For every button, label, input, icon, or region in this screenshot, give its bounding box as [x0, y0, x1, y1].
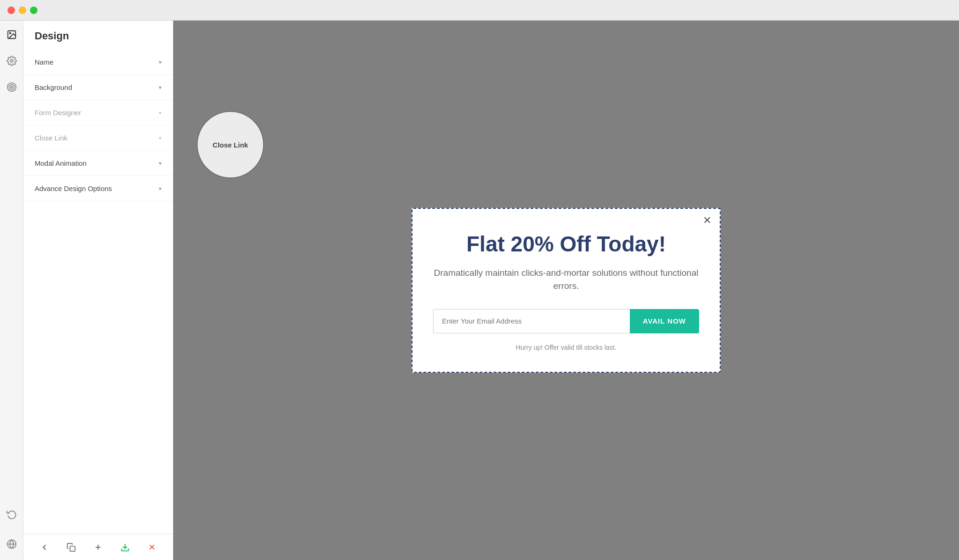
close-window-button[interactable] — [7, 7, 15, 14]
globe-icon[interactable] — [5, 538, 18, 551]
title-bar — [0, 0, 959, 21]
chevron-down-icon: ▾ — [159, 185, 162, 192]
icon-rail — [0, 21, 23, 560]
svg-point-4 — [9, 85, 14, 90]
target-icon[interactable] — [5, 81, 18, 94]
modal-title: Flat 20% Off Today! — [433, 232, 699, 256]
chevron-down-icon: ▾ — [159, 110, 162, 116]
chevron-down-icon: ▾ — [159, 135, 162, 141]
modal-footer-text: Hurry up! Offer valid till stocks last. — [433, 344, 699, 351]
chevron-down-icon: ▾ — [159, 84, 162, 91]
sidebar-title: Design — [23, 21, 173, 50]
sidebar-bottom-toolbar: + ✕ — [23, 534, 173, 560]
modal-subtitle: Dramatically maintain clicks-and-mortar … — [433, 266, 699, 293]
sidebar-item-name[interactable]: Name ▾ — [23, 50, 173, 75]
delete-button[interactable]: ✕ — [144, 540, 159, 555]
modal-form: AVAIL NOW — [433, 309, 699, 333]
chevron-down-icon: ▾ — [159, 59, 162, 66]
svg-point-1 — [9, 32, 11, 34]
modal-close-button[interactable]: ✕ — [703, 215, 711, 226]
main-canvas: Close Link ✕ Flat 20% Off Today! Dramati… — [173, 21, 959, 560]
settings-icon[interactable] — [5, 54, 18, 67]
add-button[interactable]: + — [90, 540, 105, 555]
sidebar-item-advance-design-options[interactable]: Advance Design Options ▾ — [23, 176, 173, 201]
history-icon[interactable] — [5, 508, 18, 521]
sidebar-item-form-designer[interactable]: Form Designer ▾ — [23, 100, 173, 125]
sidebar-item-background[interactable]: Background ▾ — [23, 75, 173, 100]
maximize-window-button[interactable] — [30, 7, 37, 14]
svg-point-5 — [11, 86, 13, 88]
sidebar-item-modal-animation[interactable]: Modal Animation ▾ — [23, 151, 173, 176]
chevron-down-icon: ▾ — [159, 160, 162, 167]
app-container: Design Name ▾ Background ▾ Form Designer… — [0, 21, 959, 560]
sidebar: Design Name ▾ Background ▾ Form Designer… — [23, 21, 173, 560]
modal-popup: ✕ Flat 20% Off Today! Dramatically maint… — [412, 208, 721, 373]
minimize-window-button[interactable] — [19, 7, 26, 14]
svg-point-2 — [10, 59, 13, 62]
email-input[interactable] — [433, 309, 630, 333]
svg-rect-8 — [70, 546, 75, 551]
sidebar-menu: Name ▾ Background ▾ Form Designer ▾ Clos… — [23, 50, 173, 534]
back-button[interactable] — [37, 540, 52, 555]
download-button[interactable] — [118, 540, 133, 555]
image-icon[interactable] — [5, 28, 18, 41]
duplicate-button[interactable] — [64, 540, 79, 555]
sidebar-item-close-link[interactable]: Close Link ▾ — [23, 125, 173, 151]
close-link-tooltip: Close Link — [198, 112, 263, 177]
avail-now-button[interactable]: AVAIL NOW — [630, 309, 699, 333]
